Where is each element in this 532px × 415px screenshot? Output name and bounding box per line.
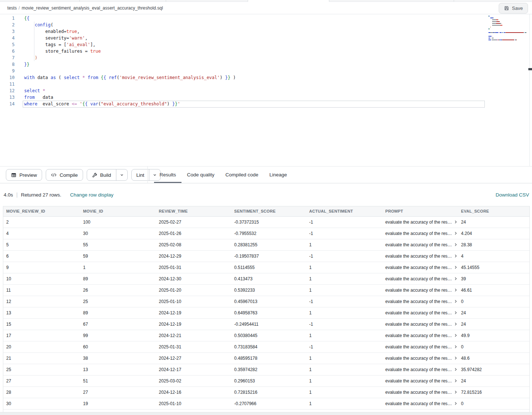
table-cell: 30	[80, 228, 156, 239]
code-line-11[interactable]: 11	[0, 81, 532, 87]
build-dropdown-button[interactable]	[116, 169, 127, 180]
table-cell: 1	[306, 284, 382, 296]
wrench-icon	[92, 172, 97, 178]
prompt-expand-chevron-icon[interactable]	[454, 311, 458, 315]
prompt-cell: evaluate the accuracy of the res…	[382, 296, 458, 307]
table-cell: 2025-01-31	[156, 341, 231, 352]
results-table: MOVIE_REVIEW_IDMOVIE_IDREVIEW_TIMESENTIM…	[3, 206, 529, 412]
code-line-6[interactable]: 6 store_failures = true	[0, 48, 532, 55]
table-cell: 2025-01-26	[156, 228, 231, 239]
line-number: 14	[0, 101, 15, 107]
editor-scrollbar-marker[interactable]	[528, 68, 532, 70]
breadcrumb: tests/movie_review_sentiment_analysis_ev…	[7, 5, 163, 11]
prompt-cell: evaluate the accuracy of the res…	[382, 216, 458, 228]
prompt-expand-chevron-icon[interactable]	[454, 265, 458, 269]
prompt-expand-chevron-icon[interactable]	[454, 299, 458, 303]
prompt-expand-chevron-icon[interactable]	[454, 288, 458, 292]
tab-lineage[interactable]: Lineage	[264, 167, 292, 183]
prompt-preview-text: evaluate the accuracy of the res…	[385, 254, 452, 259]
table-cell: -1	[306, 250, 382, 262]
table-cell: 1	[306, 398, 382, 409]
table-cell: 17	[3, 330, 80, 341]
code-line-12[interactable]: 12select *	[0, 87, 532, 94]
prompt-expand-chevron-icon[interactable]	[454, 231, 458, 235]
preview-button[interactable]: Preview	[6, 169, 42, 181]
code-line-5[interactable]: 5 tags = ['ai_eval'],	[0, 41, 532, 48]
table-cell: 15	[3, 318, 80, 330]
tab-compiled-code[interactable]: Compiled code	[220, 167, 264, 183]
table-cell: 2024-12-30	[156, 273, 231, 284]
prompt-expand-chevron-icon[interactable]	[454, 356, 458, 360]
tab-results[interactable]: Results	[154, 167, 181, 183]
column-header-movie_review_id: MOVIE_REVIEW_ID	[3, 206, 80, 216]
sql-editor[interactable]: 1{{2 config(3 enabled=true,4 severity='w…	[0, 14, 532, 167]
tab-code-quality[interactable]: Code quality	[181, 167, 220, 183]
prompt-expand-chevron-icon[interactable]	[454, 401, 458, 405]
minimap-line	[488, 25, 529, 26]
lint-button[interactable]: Lint	[132, 169, 149, 180]
table-body: 21002025-02-27-0.37372315-1evaluate the …	[3, 216, 529, 412]
table-row: 17992024-12-210.503804451evaluate the ac…	[3, 330, 529, 341]
table-cell: 1	[306, 409, 382, 412]
eval-score-cell: 46.61	[458, 284, 529, 296]
table-cell: 1	[306, 262, 382, 273]
prompt-expand-chevron-icon[interactable]	[454, 322, 458, 326]
prompt-expand-chevron-icon[interactable]	[454, 277, 458, 281]
table-cell: 100	[80, 216, 156, 228]
line-number: 8	[0, 61, 15, 68]
prompt-expand-chevron-icon[interactable]	[454, 243, 458, 247]
prompt-expand-chevron-icon[interactable]	[454, 333, 458, 337]
code-line-10[interactable]: 10with data as ( select * from {{ ref('m…	[0, 74, 532, 81]
code-line-8[interactable]: 8}}	[0, 61, 532, 68]
code-line-1[interactable]: 1{{	[0, 15, 532, 22]
table-row: 21382024-12-270.485951781evaluate the ac…	[3, 352, 529, 364]
table-row: 12252025-01-100.45967013-1evaluate the a…	[3, 296, 529, 307]
results-tabs: Results Code quality Compiled code Linea…	[154, 167, 292, 183]
eval-score-cell: 35.974282	[458, 364, 529, 375]
download-csv-link[interactable]: Download CSV	[495, 192, 529, 198]
build-label: Build	[100, 172, 111, 178]
code-line-14[interactable]: 14where eval_score <= '{{ var("eval_accu…	[0, 101, 532, 107]
prompt-expand-chevron-icon[interactable]	[454, 390, 458, 394]
prompt-preview-text: evaluate the accuracy of the res…	[385, 265, 452, 270]
prompt-preview-text: evaluate the accuracy of the res…	[385, 390, 452, 395]
editor-minimap[interactable]	[488, 16, 529, 41]
code-line-4[interactable]: 4 severity='warn',	[0, 35, 532, 41]
change-row-display-link[interactable]: Change row display	[70, 192, 113, 198]
prompt-expand-chevron-icon[interactable]	[454, 379, 458, 383]
save-button[interactable]: Save	[499, 3, 528, 14]
table-cell: 20	[3, 341, 80, 352]
code-line-9[interactable]: 9	[0, 68, 532, 74]
prompt-expand-chevron-icon[interactable]	[454, 254, 458, 258]
action-toolbar: Preview Compile Build	[0, 167, 532, 183]
prompt-expand-chevron-icon[interactable]	[454, 220, 458, 224]
line-number: 2	[0, 22, 15, 28]
code-line-7[interactable]: 7 )	[0, 55, 532, 61]
table-row: 20602025-01-310.73183584-1evaluate the a…	[3, 341, 529, 352]
minimap-line	[488, 21, 529, 22]
line-number: 9	[0, 68, 15, 74]
eval-score-cell: 72.815216	[458, 386, 529, 398]
table-row: 31962025-02-240.386737021evaluate the ac…	[3, 409, 529, 412]
table-cell: 31	[3, 409, 80, 412]
breadcrumb-folder: tests	[7, 5, 17, 11]
horizontal-scrollbar[interactable]	[0, 412, 532, 415]
line-number: 7	[0, 55, 15, 61]
code-line-3[interactable]: 3 enabled=true,	[0, 28, 532, 35]
table-cell: 21	[3, 352, 80, 364]
code-line-2[interactable]: 2 config(	[0, 22, 532, 28]
prompt-expand-chevron-icon[interactable]	[454, 367, 458, 371]
build-button[interactable]: Build	[87, 169, 116, 180]
minimap-line	[488, 29, 529, 29]
line-number: 13	[0, 94, 15, 101]
table-cell: 2025-01-31	[156, 262, 231, 273]
prompt-preview-text: evaluate the accuracy of the res…	[385, 367, 452, 372]
compile-button[interactable]: Compile	[46, 169, 83, 181]
table-row: 11262025-01-200.53922331evaluate the acc…	[3, 284, 529, 296]
table-cell: 0.48595178	[231, 352, 306, 364]
table-cell: -1	[306, 296, 382, 307]
table-cell: 2025-01-10	[156, 398, 231, 409]
prompt-expand-chevron-icon[interactable]	[454, 345, 458, 349]
table-cell: -1	[306, 216, 382, 228]
code-line-13[interactable]: 13from data	[0, 94, 532, 101]
